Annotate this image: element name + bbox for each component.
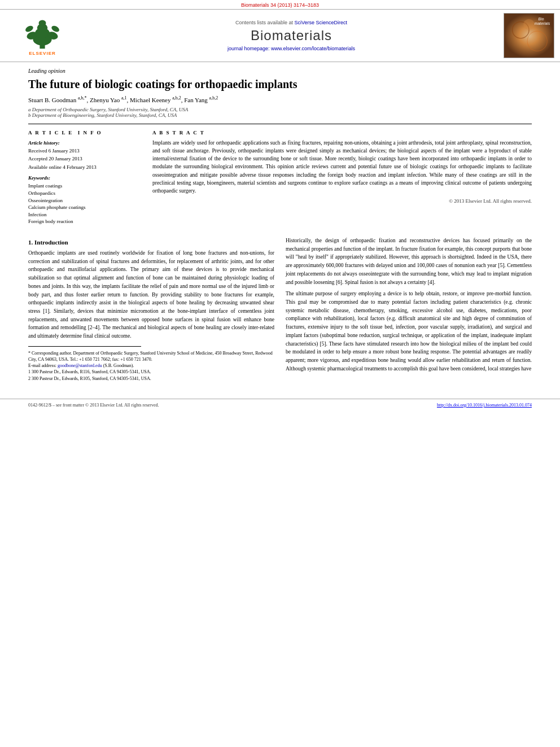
keyword-5: Infection	[28, 211, 141, 219]
journal-info-center: Contents lists available at SciVerse Sci…	[85, 20, 498, 51]
keywords-title: Keywords:	[28, 175, 141, 181]
footnote-3: 2 300 Pasteur Dr., Edwards, R105, Stanfo…	[28, 375, 274, 382]
sciverse-link[interactable]: SciVerse ScienceDirect	[295, 20, 348, 25]
affiliations: a Department of Orthopaedic Surgery, Sta…	[28, 107, 532, 118]
right-para-1: Historically, the design of orthopaedic …	[286, 237, 532, 286]
journal-header: ELSEVIER Contents lists available at Sci…	[0, 9, 560, 62]
body-right-col: Historically, the design of orthopaedic …	[286, 237, 532, 382]
article-info-heading: A R T I C L E I N F O	[28, 130, 141, 136]
sciverse-text: Contents lists available at	[235, 20, 295, 25]
elsevier-logo	[20, 16, 65, 50]
elsevier-label: ELSEVIER	[29, 51, 56, 56]
abstract-section: A B S T R A C T Implants are widely used…	[152, 130, 532, 225]
intro-heading: 1. Introduction	[28, 239, 274, 246]
keyword-6: Foreign body reaction	[28, 218, 141, 225]
accepted-date: Accepted 20 January 2013	[28, 155, 141, 163]
email-name: (S.B. Goodman).	[102, 363, 134, 368]
header-divider	[28, 124, 532, 124]
sciverse-line: Contents lists available at SciVerse Sci…	[85, 20, 498, 25]
authors: Stuart B. Goodman a,b,*, Zhenyu Yao a,1,…	[28, 95, 532, 103]
copyright-line: © 2013 Elsevier Ltd. All rights reserved…	[152, 198, 532, 204]
article-meta-section: A R T I C L E I N F O Article history: R…	[28, 130, 532, 225]
email-label: E-mail address:	[28, 363, 58, 368]
article-info: A R T I C L E I N F O Article history: R…	[28, 130, 141, 225]
received-date: Received 6 January 2013	[28, 147, 141, 155]
corresponding-author-note: * Corresponding author. Department of Or…	[28, 351, 273, 362]
citation-bar: Biomaterials 34 (2013) 3174–3183	[0, 0, 560, 9]
affiliation-b: b Department of Bioengineering, Stanford…	[28, 112, 532, 118]
footnote-2: 1 300 Pasteur Dr., Edwards, R116, Stanfo…	[28, 369, 274, 375]
email-link[interactable]: goodbone@stanford.edu	[58, 363, 102, 368]
history-title: Article history:	[28, 140, 141, 146]
available-date: Available online 4 February 2013	[28, 164, 141, 171]
affiliation-a: a Department of Orthopaedic Surgery, Sta…	[28, 107, 532, 112]
keyword-3: Osseointegration	[28, 197, 141, 204]
journal-homepage: journal homepage: www.elsevier.com/locat…	[85, 46, 498, 51]
keywords-section: Keywords: Implant coatings Orthopaedics …	[28, 175, 141, 225]
paper-title: The future of biologic coatings for orth…	[28, 77, 532, 91]
license-text: 0142-9612/$ – see front matter © 2013 El…	[28, 403, 159, 408]
body-left-col: 1. Introduction Orthopaedic implants are…	[28, 237, 274, 382]
section-label: Leading opinion	[28, 68, 532, 74]
page-content: Leading opinion The future of biologic c…	[0, 62, 560, 387]
keyword-2: Orthopaedics	[28, 190, 141, 197]
intro-para-1: Orthopaedic implants are used routinely …	[28, 249, 274, 340]
doi-link[interactable]: http://dx.doi.org/10.1016/j.biomaterials…	[437, 403, 532, 408]
footnote-1: * Corresponding author. Department of Or…	[28, 350, 274, 362]
bottom-bar: 0142-9612/$ – see front matter © 2013 El…	[0, 399, 560, 411]
cover-art-icon: Bio materials	[504, 13, 554, 58]
citation-text: Biomaterials 34 (2013) 3174–3183	[241, 2, 319, 8]
svg-text:materials: materials	[535, 21, 550, 25]
svg-text:Bio: Bio	[539, 17, 544, 21]
footnote-divider	[28, 346, 141, 347]
abstract-heading: A B S T R A C T	[152, 130, 532, 136]
svg-point-12	[523, 19, 535, 30]
journal-title: Biomaterials	[85, 28, 498, 43]
elsevier-logo-section: ELSEVIER	[6, 16, 79, 56]
keyword-1: Implant coatings	[28, 182, 141, 190]
journal-cover-image: Bio materials	[504, 13, 554, 58]
footnote-email: E-mail address: goodbone@stanford.edu (S…	[28, 362, 274, 369]
keyword-4: Calcium phosphate coatings	[28, 204, 141, 211]
right-para-2: The ultimate purpose of surgery employin…	[286, 290, 532, 373]
cover-box: Bio materials	[504, 13, 554, 58]
main-body: 1. Introduction Orthopaedic implants are…	[28, 237, 532, 382]
doi-anchor[interactable]: http://dx.doi.org/10.1016/j.biomaterials…	[437, 403, 532, 408]
abstract-text: Implants are widely used for orthopaedic…	[152, 139, 532, 195]
svg-point-4	[39, 20, 46, 26]
elsevier-tree-icon	[20, 16, 65, 50]
